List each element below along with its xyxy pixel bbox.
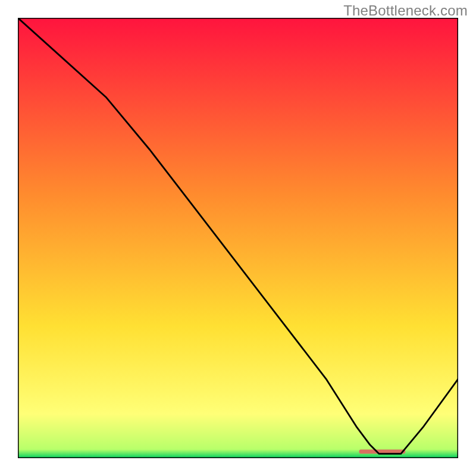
watermark-text: TheBottleneck.com	[343, 2, 468, 19]
chart-container: TheBottleneck.com	[0, 0, 476, 476]
gradient-background	[18, 18, 458, 458]
plot-area	[18, 18, 458, 458]
chart-svg	[18, 18, 458, 458]
